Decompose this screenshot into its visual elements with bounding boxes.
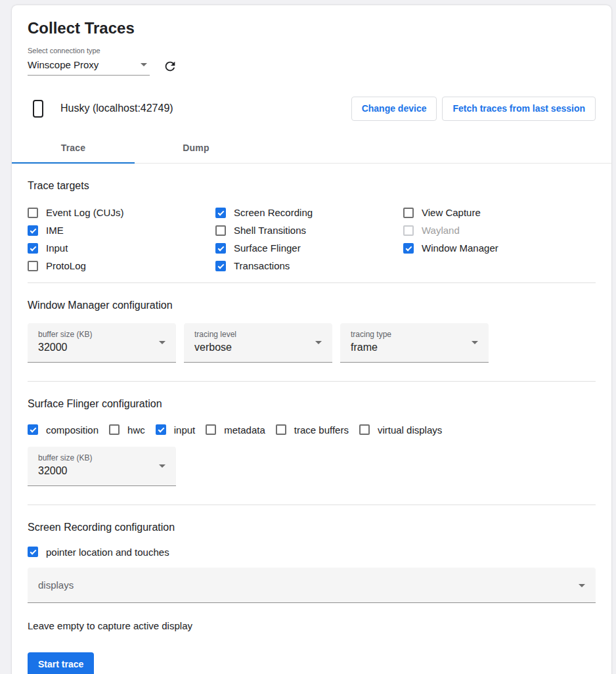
tab-trace[interactable]: Trace [12,132,135,163]
device-name: Husky (localhost:42749) [60,102,173,114]
section-divider [28,381,596,382]
trace-targets-heading: Trace targets [28,179,596,192]
unchecked-checkbox-icon [206,424,216,435]
checkbox-virtual-displays[interactable]: virtual displays [359,422,442,438]
field-value: verbose [194,342,322,353]
trace-targets-column-3: View CaptureWaylandWindow Manager [403,204,596,275]
refresh-icon [163,59,177,74]
caret-down-icon [315,341,322,344]
field-label: tracing level [194,330,322,340]
sf-config-flags: compositionhwcinputmetadatatrace buffers… [28,422,596,438]
caret-down-icon [159,341,165,344]
section-divider [28,282,596,283]
select-tracing-level[interactable]: tracing levelverbose [184,323,332,363]
checked-checkbox-icon [215,208,226,218]
trace-targets-column-2: Screen RecordingShell TransitionsSurface… [215,204,403,275]
smartphone-icon [33,100,43,118]
select-buffer-size-kb[interactable]: buffer size (KB)32000 [28,323,176,363]
connection-type-value: Winscope Proxy [28,59,99,70]
connection-type-label: Select connection type [28,46,596,55]
fetch-traces-button[interactable]: Fetch traces from last session [442,97,596,121]
sr-config-heading: Screen Recording configuration [28,521,596,533]
checkbox-label: input [174,424,196,436]
refresh-button[interactable] [162,58,179,75]
checkbox-transactions[interactable]: Transactions [215,257,403,275]
tab-bar: TraceDump [12,132,611,164]
checkbox-window-manager[interactable]: Window Manager [403,239,596,257]
checkbox-pointer-location-and-touches[interactable]: pointer location and touches [28,544,169,560]
checkbox-label: composition [46,424,99,436]
checkbox-label: trace buffers [294,424,349,436]
checkbox-event-log-cujs[interactable]: Event Log (CUJs) [28,204,215,221]
displays-select[interactable]: displays [28,568,596,603]
unchecked-checkbox-icon [276,424,286,435]
checked-checkbox-icon [215,243,226,254]
change-device-button[interactable]: Change device [351,97,437,121]
select-tracing-type[interactable]: tracing typeframe [340,323,489,363]
checkbox-ime[interactable]: IME [28,221,215,239]
checkbox-composition[interactable]: composition [28,422,99,438]
section-divider [28,505,596,505]
checkbox-input[interactable]: Input [28,239,215,257]
displays-hint-text: Leave empty to capture active display [28,620,596,631]
checkbox-label: Transactions [234,260,290,271]
checked-checkbox-icon [403,243,414,254]
checkbox-shell-transitions[interactable]: Shell Transitions [215,221,403,239]
caret-down-icon [141,63,147,66]
checkbox-view-capture[interactable]: View Capture [403,204,596,221]
checkbox-label: Screen Recording [234,207,313,218]
unchecked-checkbox-icon [359,424,370,435]
checkbox-surface-flinger[interactable]: Surface Flinger [215,239,403,257]
checked-checkbox-icon [28,424,38,435]
select-buffer-size-kb[interactable]: buffer size (KB)32000 [28,447,176,486]
sf-config-fields: buffer size (KB)32000 [28,447,596,486]
sf-config-heading: Surface Flinger configuration [28,397,596,410]
checkbox-label: pointer location and touches [46,547,169,558]
checkbox-screen-recording[interactable]: Screen Recording [215,204,403,221]
connection-row: Winscope Proxy [28,56,596,76]
unchecked-checkbox-icon [109,424,120,435]
checkbox-label: Wayland [422,225,460,236]
checked-checkbox-icon [28,547,38,557]
checkbox-label: hwc [127,424,145,436]
connection-type-select[interactable]: Winscope Proxy [28,56,150,76]
checkbox-label: Shell Transitions [234,225,306,236]
checkbox-protolog[interactable]: ProtoLog [28,257,215,275]
start-trace-button[interactable]: Start trace [28,652,94,674]
trace-targets-grid: Event Log (CUJs)IMEInputProtoLog Screen … [28,204,596,275]
collect-traces-card: Collect Traces Select connection type Wi… [12,5,611,674]
sr-config-flags: pointer location and touches [28,544,596,560]
checkbox-input[interactable]: input [156,422,196,438]
checkbox-hwc[interactable]: hwc [109,422,145,438]
checkbox-label: Window Manager [422,242,498,254]
checkbox-trace-buffers[interactable]: trace buffers [276,422,349,438]
unchecked-checkbox-icon [28,261,38,271]
field-label: tracing type [351,330,478,340]
unchecked-checkbox-icon [215,225,226,236]
checkbox-label: Input [46,242,68,254]
checked-checkbox-icon [156,424,166,435]
checkbox-metadata[interactable]: metadata [206,422,265,438]
checkbox-label: metadata [224,424,265,436]
unchecked-checkbox-icon [403,208,414,218]
checkbox-label: View Capture [422,207,481,218]
caret-down-icon [579,584,585,587]
unchecked-checkbox-icon [403,225,414,236]
field-value: 32000 [38,465,165,477]
checkbox-label: Event Log (CUJs) [46,207,123,218]
unchecked-checkbox-icon [28,208,38,218]
caret-down-icon [472,341,478,344]
device-row: Husky (localhost:42749) Change device Fe… [33,95,596,122]
wm-config-fields: buffer size (KB)32000tracing levelverbos… [28,323,596,363]
checkbox-label: virtual displays [378,424,442,436]
checkbox-label: Surface Flinger [234,242,301,254]
caret-down-icon [159,464,165,468]
trace-targets-column-1: Event Log (CUJs)IMEInputProtoLog [28,204,215,275]
checkbox-label: IME [46,225,64,236]
tab-dump[interactable]: Dump [135,132,257,163]
checked-checkbox-icon [215,261,226,271]
displays-select-placeholder: displays [38,579,74,591]
wm-config-heading: Window Manager configuration [28,299,596,311]
page-title: Collect Traces [28,18,596,38]
field-value: frame [351,342,478,353]
